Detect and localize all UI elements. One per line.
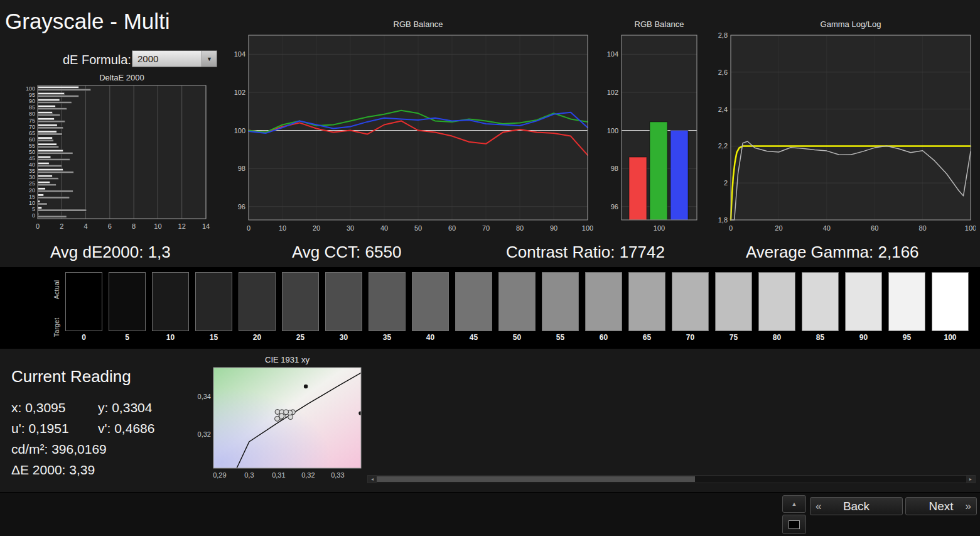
swatch-label: 70 [672,333,709,342]
swatch-100: 100 [932,272,969,342]
deltae-bar-chart: DeltaE 200002468101214051015202530354045… [11,73,211,231]
luminance-value: 396,0169 [51,442,107,456]
scrollbar-track[interactable] [377,476,966,483]
scrollbar-thumb[interactable] [377,476,695,482]
svg-text:45: 45 [29,155,35,161]
svg-text:14: 14 [202,222,210,230]
svg-text:100: 100 [654,224,665,232]
swatch-row: 0510152025303540455055606570758085909510… [65,272,969,342]
swatch-patch-55 [542,272,579,331]
swatch-patch-35 [369,272,406,331]
swatch-85: 85 [802,272,839,342]
swatch-label: 30 [325,333,362,342]
svg-text:0,32: 0,32 [301,471,315,479]
swatch-label: 35 [369,333,406,342]
v-prime-value: 0,4686 [114,421,154,435]
svg-text:85: 85 [29,104,35,111]
svg-text:65: 65 [29,130,35,136]
svg-text:55: 55 [29,143,35,149]
svg-text:RGB Balance: RGB Balance [635,19,684,29]
swatch-patch-15 [195,272,232,331]
swatch-20: 20 [239,272,276,342]
grayscale-swatch-strip: Actual Target 05101520253035404550556065… [0,267,980,349]
de-formula-label: dE Formula: [63,53,131,67]
swatch-label: 60 [585,333,622,342]
de-formula-dropdown[interactable]: 2000 ▼ [132,50,217,67]
swatch-5: 5 [109,272,146,342]
reading-uv: u': 0,1951 v': 0,4686 [11,421,185,442]
svg-text:104: 104 [607,50,618,58]
next-chevron-icon: » [966,500,971,513]
svg-text:RGB Balance: RGB Balance [394,19,443,29]
svg-text:1,8: 1,8 [718,216,728,224]
swatch-40: 40 [412,272,449,342]
svg-text:12: 12 [178,222,186,230]
svg-text:98: 98 [238,165,245,172]
svg-text:20: 20 [775,224,782,232]
swatch-label: 45 [455,333,492,342]
svg-text:0: 0 [32,212,35,219]
swatch-patch-60 [585,272,622,331]
svg-text:80: 80 [516,224,524,232]
scroll-left-arrow[interactable]: ◂ [368,476,377,483]
swatch-15: 15 [195,272,232,342]
back-button[interactable]: « Back » [810,497,903,515]
table-scrollbar[interactable]: ◂ ▸ [367,475,976,483]
swatch-label: 90 [845,333,882,342]
svg-text:5: 5 [32,206,35,212]
swatch-patch-0 [65,272,102,331]
svg-text:100: 100 [607,127,618,134]
back-chevron-icon: « [816,500,821,513]
svg-text:100: 100 [582,224,593,232]
avg-de2000-stat: Avg dE2000: 1,3 [50,243,171,262]
pattern-window-icon [789,520,800,529]
svg-text:0: 0 [247,224,250,232]
svg-text:2,8: 2,8 [718,31,728,39]
collapse-button[interactable]: ▲ [782,495,806,513]
svg-text:30: 30 [347,224,354,232]
swatch-80: 80 [758,272,795,342]
pattern-window-button[interactable] [782,515,806,534]
svg-text:100: 100 [965,224,976,232]
swatch-label: 75 [715,333,752,342]
next-button[interactable]: « Next » [905,497,977,515]
swatch-patch-40 [412,272,449,331]
swatch-label: 100 [932,333,969,342]
swatch-label: 95 [888,333,925,342]
swatch-0: 0 [65,272,102,342]
swatch-75: 75 [715,272,752,342]
svg-text:90: 90 [550,224,557,232]
swatch-label: 5 [109,333,146,342]
average-gamma-stat: Average Gamma: 2,166 [746,243,919,262]
swatch-65: 65 [628,272,665,342]
svg-text:0: 0 [36,222,40,230]
svg-text:0,33: 0,33 [331,471,344,479]
svg-text:2,6: 2,6 [718,68,728,76]
svg-text:70: 70 [482,224,490,232]
reading-de: ΔE 2000: 3,39 [11,462,185,483]
swatch-patch-95 [888,272,925,331]
swatch-45: 45 [455,272,492,342]
svg-text:15: 15 [29,194,35,200]
bottom-toolbar: ▲ « Back » « Next » [0,492,980,536]
svg-text:0,31: 0,31 [272,471,285,479]
swatch-label: 40 [412,333,449,342]
svg-text:95: 95 [29,92,35,98]
svg-text:30: 30 [29,174,35,180]
nav-button-row: « Back » « Next » [810,497,977,515]
svg-text:0,34: 0,34 [198,393,211,400]
swatch-label: 15 [195,333,232,342]
swatch-patch-30 [325,272,362,331]
u-prime-value: 0,1951 [28,421,68,435]
svg-text:2,4: 2,4 [718,106,728,113]
scroll-right-arrow[interactable]: ▸ [966,476,975,483]
svg-text:2,2: 2,2 [718,142,728,150]
svg-text:10: 10 [29,200,35,206]
svg-text:40: 40 [823,224,831,232]
svg-text:90: 90 [29,98,35,104]
swatch-label: 50 [498,333,536,342]
actual-row-label: Actual [51,271,62,308]
de2000-value: 3,39 [69,462,95,477]
svg-text:96: 96 [611,203,618,211]
svg-text:96: 96 [238,203,245,211]
